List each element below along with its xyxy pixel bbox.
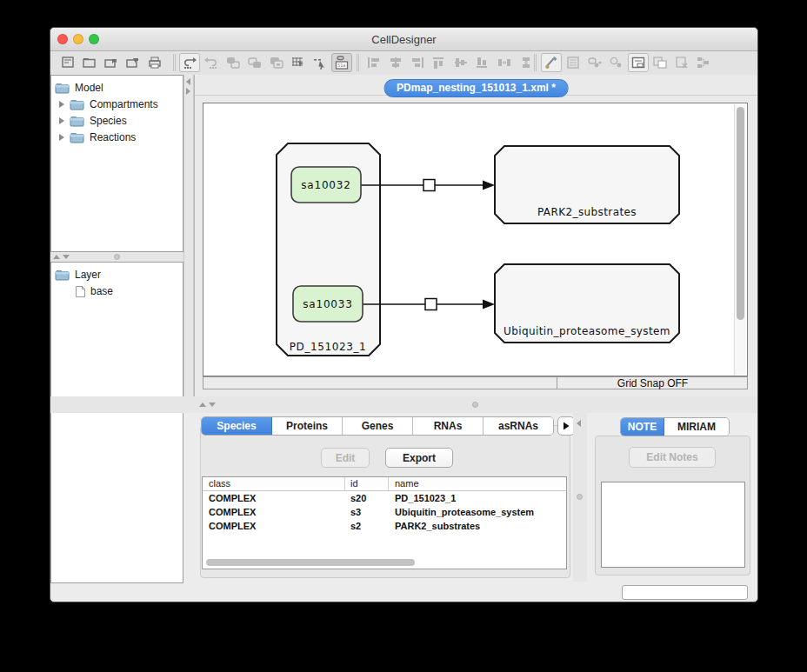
toolbar-group-align (363, 53, 537, 72)
grid-snap-icon[interactable] (288, 53, 309, 72)
main-toolbar: 51a (50, 51, 757, 76)
tab-overflow-button[interactable] (557, 416, 575, 436)
folder-icon (70, 98, 85, 110)
splitter-left-icon[interactable] (186, 78, 190, 85)
splitter-grip[interactable] (577, 494, 583, 500)
align-bottom-icon[interactable] (472, 53, 493, 72)
tab-genes[interactable]: Genes (343, 417, 413, 435)
table-row[interactable]: COMPLEX s2 PARK2_substrates (203, 519, 566, 533)
table-horizontal-scrollbar[interactable] (206, 559, 415, 566)
tree-view-icon[interactable] (693, 53, 714, 72)
cell-id: s20 (350, 493, 366, 503)
splitter-up-icon[interactable] (53, 255, 60, 259)
align-center-icon[interactable] (385, 53, 406, 72)
splitter-grip[interactable] (472, 402, 478, 408)
new-document-icon[interactable] (57, 53, 78, 72)
save-file-icon[interactable] (101, 53, 122, 72)
property-list-icon[interactable] (563, 53, 584, 72)
chevron-right-icon (563, 422, 570, 430)
disclosure-triangle-icon[interactable] (58, 116, 65, 125)
column-separator[interactable] (344, 477, 345, 490)
group-icon[interactable] (223, 53, 243, 72)
ungroup-icon[interactable] (244, 53, 265, 72)
distribute-horizontal-icon[interactable] (494, 53, 515, 72)
tree-item-compartments[interactable]: Compartments (58, 96, 158, 112)
tab-note[interactable]: NOTE (621, 418, 664, 436)
send-back-icon[interactable] (266, 53, 287, 72)
reaction-square-handle[interactable] (424, 180, 435, 191)
edit-button[interactable]: Edit (321, 448, 370, 468)
print-icon[interactable] (144, 53, 165, 72)
species-highlight-icon[interactable] (584, 53, 605, 72)
copy-notes-icon[interactable] (650, 53, 670, 72)
folder-icon (55, 269, 70, 281)
column-header-class[interactable]: class (209, 478, 230, 489)
notes-panel-icon[interactable] (628, 53, 649, 72)
column-header-name[interactable]: name (395, 478, 419, 489)
splitter-down-icon[interactable] (63, 255, 70, 259)
scrollbar-thumb[interactable] (737, 107, 744, 320)
paint-brush-icon[interactable] (541, 53, 562, 72)
canvas-vertical-scrollbar[interactable] (734, 104, 746, 375)
redo-icon[interactable] (201, 53, 222, 72)
align-right-icon[interactable] (407, 53, 428, 72)
edit-notes-button[interactable]: Edit Notes (629, 447, 716, 468)
notes-panel: NOTE MIRIAM Edit Notes (587, 413, 757, 582)
tree-item-reactions[interactable]: Reactions (58, 130, 136, 145)
disclosure-triangle-icon[interactable] (58, 133, 65, 142)
tab-asrnas[interactable]: asRNAs (484, 417, 553, 435)
overview-toggle-icon[interactable]: 51a (331, 53, 352, 72)
species-list-panel: Species Proteins Genes RNAs asRNAs Edit … (199, 413, 573, 582)
grid-snap-status: Grid Snap OFF (557, 377, 749, 389)
screenshot-root: { "window": { "title": "CellDesigner" },… (0, 0, 807, 672)
diagram-canvas[interactable]: sa10032 sa10033 PD_151023_1 PARK2_substr… (203, 103, 748, 376)
table-row[interactable]: COMPLEX s20 PD_151023_1 (203, 491, 566, 505)
left-splitter[interactable] (183, 75, 194, 396)
tab-miriam[interactable]: MIRIAM (664, 418, 729, 436)
export-button[interactable]: Export (385, 448, 453, 468)
disclosure-triangle-icon[interactable] (58, 100, 65, 109)
tab-proteins[interactable]: Proteins (272, 417, 343, 435)
bottom-vertical-splitter[interactable] (573, 413, 587, 582)
tree-item-layer[interactable]: Layer (55, 267, 101, 283)
horizontal-splitter[interactable] (50, 396, 757, 413)
pointer-select-icon[interactable] (310, 53, 330, 72)
tree-item-model[interactable]: Model (55, 80, 103, 96)
species-label: sa10032 (301, 179, 350, 191)
align-top-icon[interactable] (429, 53, 450, 72)
save-as-icon[interactable] (123, 53, 143, 72)
model-tree-panel: Model Compartments Species Reactions (50, 75, 183, 252)
tree-item-label: Species (90, 115, 127, 127)
align-middle-icon[interactable] (450, 53, 471, 72)
reaction-square-handle[interactable] (425, 299, 437, 310)
species-table[interactable]: class id name COMPLEX s20 PD_151023_1 CO… (202, 476, 567, 569)
column-header-id[interactable]: id (350, 478, 358, 489)
canvas-status-bar: Grid Snap OFF (203, 376, 748, 389)
tree-item-species[interactable]: Species (58, 113, 127, 129)
splitter-left-icon[interactable] (577, 420, 581, 427)
notes-content-area[interactable] (601, 482, 745, 568)
open-file-icon[interactable] (79, 53, 100, 72)
tree-item-label: Compartments (90, 98, 158, 110)
document-tab[interactable]: PDmap_nesting_151013_1.xml * (383, 79, 569, 97)
delete-notes-icon[interactable] (671, 53, 692, 72)
tab-species[interactable]: Species (202, 417, 272, 435)
splitter-right-icon[interactable] (186, 88, 190, 95)
splitter-up-icon[interactable] (199, 403, 206, 407)
splitter-grip[interactable] (114, 254, 120, 260)
table-row[interactable]: COMPLEX s3 Ubiquitin_proteasome_system (203, 505, 566, 519)
undo-icon[interactable] (179, 53, 200, 72)
title-bar[interactable]: CellDesigner (50, 28, 757, 51)
align-left-icon[interactable] (363, 53, 384, 72)
tree-splitter[interactable] (50, 252, 183, 262)
cell-name: PARK2_substrates (395, 521, 480, 531)
species-label: sa10033 (303, 298, 352, 310)
tree-item-base[interactable]: base (75, 283, 113, 299)
toolbar-group-file (57, 53, 165, 72)
reaction-highlight-icon[interactable] (606, 53, 627, 72)
column-separator[interactable] (388, 477, 389, 490)
tab-rnas[interactable]: RNAs (413, 417, 484, 435)
cell-class: COMPLEX (209, 493, 256, 503)
footer-text-field[interactable] (622, 585, 748, 600)
splitter-down-icon[interactable] (209, 403, 216, 407)
